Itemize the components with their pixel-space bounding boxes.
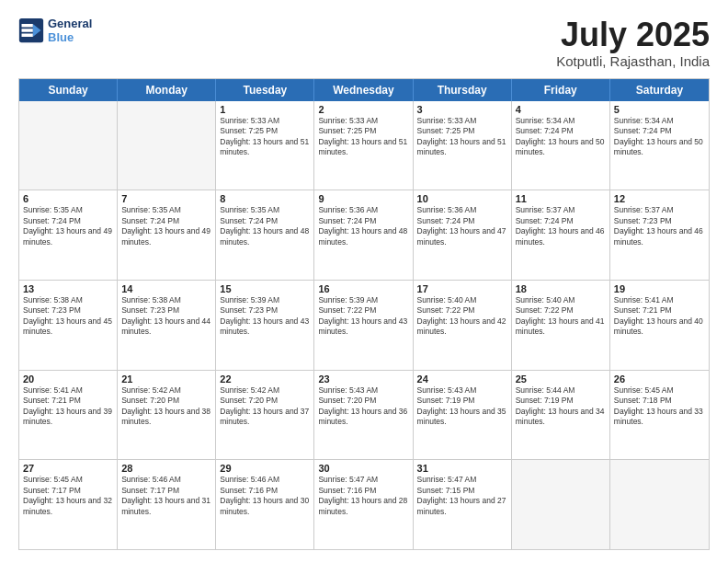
sunrise-text: Sunrise: 5:40 AM — [516, 295, 606, 305]
day-number: 17 — [417, 283, 507, 294]
calendar-cell — [610, 460, 709, 549]
sunrise-text: Sunrise: 5:33 AM — [220, 116, 310, 126]
daylight-text: Daylight: 13 hours and 33 minutes. — [614, 407, 705, 428]
daylight-text: Daylight: 13 hours and 51 minutes. — [318, 137, 408, 158]
sunrise-text: Sunrise: 5:38 AM — [23, 295, 113, 305]
day-number: 14 — [121, 283, 211, 294]
day-number: 29 — [220, 463, 310, 474]
day-number: 5 — [614, 104, 705, 115]
daylight-text: Daylight: 13 hours and 46 minutes. — [516, 226, 606, 247]
daylight-text: Daylight: 13 hours and 46 minutes. — [614, 226, 705, 247]
logo-icon — [18, 17, 44, 43]
sunset-text: Sunset: 7:24 PM — [614, 126, 705, 136]
daylight-text: Daylight: 13 hours and 51 minutes. — [220, 137, 310, 158]
day-number: 11 — [516, 193, 606, 204]
daylight-text: Daylight: 13 hours and 48 minutes. — [318, 226, 408, 247]
calendar-cell: 8 Sunrise: 5:35 AM Sunset: 7:24 PM Dayli… — [216, 190, 314, 280]
daylight-text: Daylight: 13 hours and 43 minutes. — [220, 316, 310, 338]
sunset-text: Sunset: 7:23 PM — [121, 305, 211, 316]
main-title: July 2025 — [556, 17, 710, 53]
calendar-header-cell: Wednesday — [314, 79, 413, 101]
sunrise-text: Sunrise: 5:45 AM — [23, 475, 113, 485]
calendar-cell: 19 Sunrise: 5:41 AM Sunset: 7:21 PM Dayl… — [610, 281, 709, 370]
logo-text: General Blue — [48, 17, 92, 44]
sunset-text: Sunset: 7:24 PM — [516, 216, 606, 226]
calendar-cell: 20 Sunrise: 5:41 AM Sunset: 7:21 PM Dayl… — [19, 371, 118, 460]
sunrise-text: Sunrise: 5:33 AM — [417, 116, 507, 126]
sunset-text: Sunset: 7:21 PM — [614, 305, 705, 316]
calendar: SundayMondayTuesdayWednesdayThursdayFrid… — [18, 78, 710, 550]
calendar-cell: 9 Sunrise: 5:36 AM Sunset: 7:24 PM Dayli… — [314, 190, 413, 280]
calendar-week-row: 27 Sunrise: 5:45 AM Sunset: 7:17 PM Dayl… — [19, 460, 709, 549]
day-number: 3 — [417, 104, 507, 115]
sunrise-text: Sunrise: 5:35 AM — [220, 205, 310, 215]
calendar-cell: 2 Sunrise: 5:33 AM Sunset: 7:25 PM Dayli… — [314, 101, 413, 190]
daylight-text: Daylight: 13 hours and 38 minutes. — [121, 407, 211, 428]
daylight-text: Daylight: 13 hours and 28 minutes. — [318, 496, 408, 517]
daylight-text: Daylight: 13 hours and 39 minutes. — [23, 407, 113, 428]
calendar-header-cell: Thursday — [414, 79, 512, 101]
daylight-text: Daylight: 13 hours and 49 minutes. — [23, 226, 113, 247]
sunrise-text: Sunrise: 5:36 AM — [417, 205, 507, 215]
sunrise-text: Sunrise: 5:41 AM — [614, 295, 705, 305]
calendar-cell: 3 Sunrise: 5:33 AM Sunset: 7:25 PM Dayli… — [414, 101, 512, 190]
day-number: 31 — [417, 463, 507, 474]
sunrise-text: Sunrise: 5:47 AM — [417, 475, 507, 485]
sunrise-text: Sunrise: 5:34 AM — [516, 116, 606, 126]
sunset-text: Sunset: 7:16 PM — [318, 486, 408, 496]
sunrise-text: Sunrise: 5:40 AM — [417, 295, 507, 305]
daylight-text: Daylight: 13 hours and 30 minutes. — [220, 496, 310, 517]
sunset-text: Sunset: 7:20 PM — [220, 396, 310, 406]
daylight-text: Daylight: 13 hours and 43 minutes. — [318, 316, 408, 338]
calendar-cell: 15 Sunrise: 5:39 AM Sunset: 7:23 PM Dayl… — [216, 281, 314, 370]
day-number: 6 — [23, 193, 113, 204]
sunrise-text: Sunrise: 5:38 AM — [121, 295, 211, 305]
daylight-text: Daylight: 13 hours and 44 minutes. — [121, 316, 211, 338]
daylight-text: Daylight: 13 hours and 34 minutes. — [516, 407, 606, 428]
day-number: 23 — [318, 373, 408, 385]
sunset-text: Sunset: 7:20 PM — [318, 396, 408, 406]
day-number: 30 — [318, 463, 408, 474]
sunrise-text: Sunrise: 5:35 AM — [121, 205, 211, 215]
day-number: 16 — [318, 283, 408, 294]
sunset-text: Sunset: 7:23 PM — [220, 305, 310, 316]
sunrise-text: Sunrise: 5:42 AM — [121, 385, 211, 396]
sunset-text: Sunset: 7:25 PM — [417, 126, 507, 136]
calendar-cell: 24 Sunrise: 5:43 AM Sunset: 7:19 PM Dayl… — [414, 371, 512, 460]
calendar-cell: 25 Sunrise: 5:44 AM Sunset: 7:19 PM Dayl… — [512, 371, 610, 460]
daylight-text: Daylight: 13 hours and 36 minutes. — [318, 407, 408, 428]
sunset-text: Sunset: 7:22 PM — [516, 305, 606, 316]
calendar-cell: 7 Sunrise: 5:35 AM Sunset: 7:24 PM Dayli… — [118, 190, 216, 280]
calendar-cell: 1 Sunrise: 5:33 AM Sunset: 7:25 PM Dayli… — [216, 101, 314, 190]
daylight-text: Daylight: 13 hours and 37 minutes. — [220, 407, 310, 428]
day-number: 9 — [318, 193, 408, 204]
daylight-text: Daylight: 13 hours and 41 minutes. — [516, 316, 606, 338]
daylight-text: Daylight: 13 hours and 45 minutes. — [23, 316, 113, 338]
sunrise-text: Sunrise: 5:41 AM — [23, 385, 113, 396]
sunset-text: Sunset: 7:21 PM — [23, 396, 113, 406]
calendar-cell: 4 Sunrise: 5:34 AM Sunset: 7:24 PM Dayli… — [512, 101, 610, 190]
sunset-text: Sunset: 7:24 PM — [417, 216, 507, 226]
calendar-cell: 22 Sunrise: 5:42 AM Sunset: 7:20 PM Dayl… — [216, 371, 314, 460]
daylight-text: Daylight: 13 hours and 40 minutes. — [614, 316, 705, 338]
sunrise-text: Sunrise: 5:47 AM — [318, 475, 408, 485]
calendar-cell: 11 Sunrise: 5:37 AM Sunset: 7:24 PM Dayl… — [512, 190, 610, 280]
calendar-header-cell: Saturday — [610, 79, 709, 101]
sunset-text: Sunset: 7:19 PM — [516, 396, 606, 406]
calendar-cell: 10 Sunrise: 5:36 AM Sunset: 7:24 PM Dayl… — [414, 190, 512, 280]
calendar-cell: 16 Sunrise: 5:39 AM Sunset: 7:22 PM Dayl… — [314, 281, 413, 370]
sunset-text: Sunset: 7:24 PM — [121, 216, 211, 226]
sunset-text: Sunset: 7:16 PM — [220, 486, 310, 496]
calendar-cell: 29 Sunrise: 5:46 AM Sunset: 7:16 PM Dayl… — [216, 460, 314, 549]
sunset-text: Sunset: 7:17 PM — [23, 486, 113, 496]
sunset-text: Sunset: 7:22 PM — [318, 305, 408, 316]
calendar-header-cell: Monday — [118, 79, 216, 101]
day-number: 20 — [23, 373, 113, 385]
sunrise-text: Sunrise: 5:34 AM — [614, 116, 705, 126]
sunrise-text: Sunrise: 5:43 AM — [417, 385, 507, 396]
subtitle: Kotputli, Rajasthan, India — [556, 53, 710, 69]
calendar-cell: 21 Sunrise: 5:42 AM Sunset: 7:20 PM Dayl… — [118, 371, 216, 460]
daylight-text: Daylight: 13 hours and 47 minutes. — [417, 226, 507, 247]
calendar-cell: 12 Sunrise: 5:37 AM Sunset: 7:23 PM Dayl… — [610, 190, 709, 280]
calendar-cell — [19, 101, 118, 190]
